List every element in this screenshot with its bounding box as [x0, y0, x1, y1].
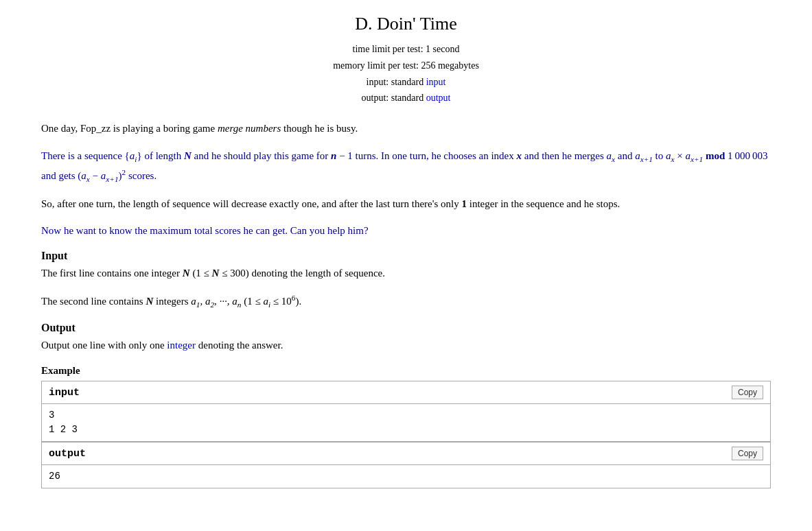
page-title: D. Doin' Time — [41, 14, 771, 34]
example-input-label: input — [49, 387, 80, 399]
input-line-1: 3 — [49, 408, 763, 423]
example-input-content: 3 1 2 3 — [42, 404, 770, 441]
intro-paragraph: One day, Fop_zz is playing a boring game… — [41, 120, 771, 138]
input-description-1: The first line contains one integer N (1… — [41, 265, 771, 283]
output-description: Output one line with only one integer de… — [41, 337, 771, 355]
example-input-box: input Copy 3 1 2 3 — [41, 381, 771, 442]
example-title: Example — [41, 365, 771, 377]
input-line-2: 1 2 3 — [49, 423, 763, 437]
example-output-section: output Copy 26 — [41, 442, 771, 488]
example-output-header: output Copy — [42, 442, 770, 465]
memory-limit: memory limit per test: 256 megabytes — [41, 58, 771, 74]
example-output-content: 26 — [42, 465, 770, 488]
example-input-section: input Copy 3 1 2 3 — [41, 381, 771, 442]
example-input-header: input Copy — [42, 381, 770, 404]
output-section-title: Output — [41, 322, 771, 334]
turn-description: So, after one turn, the length of sequen… — [41, 196, 771, 213]
question-paragraph: Now he want to know the maximum total sc… — [41, 222, 771, 240]
problem-meta: time limit per test: 1 second memory lim… — [41, 41, 771, 106]
sequence-description: There is a sequence {ai} of length N and… — [41, 148, 771, 186]
input-type: input: standard input — [41, 74, 771, 91]
time-limit: time limit per test: 1 second — [41, 41, 771, 58]
input-description-2: The second line contains N integers a1, … — [41, 292, 771, 311]
input-section-title: Input — [41, 250, 771, 262]
example-output-box: output Copy 26 — [41, 442, 771, 488]
example-output-label: output — [49, 448, 86, 460]
output-line-1: 26 — [49, 469, 763, 484]
output-type: output: standard output — [41, 90, 771, 106]
copy-input-button[interactable]: Copy — [732, 386, 763, 399]
copy-output-button[interactable]: Copy — [732, 447, 763, 460]
